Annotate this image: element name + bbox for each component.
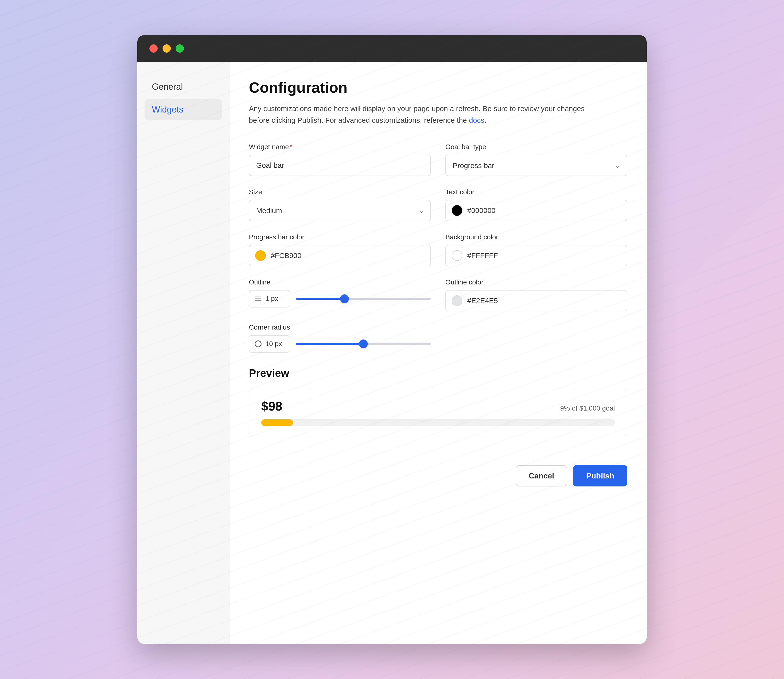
description: Any customizations made here will displa… bbox=[249, 103, 588, 126]
footer-actions: Cancel Publish bbox=[249, 455, 627, 487]
outline-color-label: Outline color bbox=[445, 278, 627, 286]
title-bar bbox=[137, 35, 647, 62]
circle-icon bbox=[255, 341, 261, 347]
widget-name-group: Widget name* bbox=[249, 143, 431, 176]
corner-radius-group: Corner radius 10 px bbox=[249, 324, 431, 353]
widget-name-input[interactable] bbox=[249, 155, 431, 176]
page-title: Configuration bbox=[249, 79, 627, 96]
size-select-wrapper: Small Medium Large ⌄ bbox=[249, 200, 431, 221]
size-select[interactable]: Small Medium Large bbox=[249, 200, 431, 221]
main-content: Configuration Any customizations made he… bbox=[230, 62, 647, 644]
minimize-button[interactable] bbox=[163, 44, 171, 53]
outline-value-box: 1 px bbox=[249, 290, 290, 308]
text-color-input-wrapper[interactable]: #000000 bbox=[445, 200, 627, 221]
corner-radius-value: 10 px bbox=[265, 340, 282, 348]
sidebar: General Widgets bbox=[137, 62, 230, 644]
progress-bar-color-input-wrapper[interactable]: #FCB900 bbox=[249, 245, 431, 266]
app-window: General Widgets Configuration Any custom… bbox=[137, 35, 647, 644]
text-color-swatch bbox=[452, 205, 462, 216]
size-group: Size Small Medium Large ⌄ bbox=[249, 188, 431, 221]
background-color-label: Background color bbox=[445, 233, 627, 241]
progress-bar-color-value: #FCB900 bbox=[271, 252, 302, 260]
progress-bar-fill bbox=[261, 419, 293, 426]
preview-widget: $98 9% of $1,000 goal bbox=[249, 389, 627, 436]
corner-radius-slider[interactable] bbox=[296, 343, 431, 345]
preview-section: Preview $98 9% of $1,000 goal bbox=[249, 367, 627, 436]
text-color-group: Text color #000000 bbox=[445, 188, 627, 221]
form-grid: Widget name* Goal bar type Progress bar … bbox=[249, 143, 627, 353]
progress-bar-track bbox=[261, 419, 615, 426]
sidebar-item-general[interactable]: General bbox=[145, 77, 222, 97]
outline-controls: 1 px bbox=[249, 290, 431, 308]
progress-bar-color-swatch bbox=[255, 250, 266, 261]
preview-goal-text: 9% of $1,000 goal bbox=[560, 405, 615, 412]
goal-bar-type-label: Goal bar type bbox=[445, 143, 627, 151]
publish-button[interactable]: Publish bbox=[573, 465, 627, 487]
widget-name-label: Widget name* bbox=[249, 143, 431, 151]
progress-bar-color-group: Progress bar color #FCB900 bbox=[249, 233, 431, 266]
progress-bar-color-label: Progress bar color bbox=[249, 233, 431, 241]
corner-radius-label: Corner radius bbox=[249, 324, 431, 331]
outline-slider[interactable] bbox=[296, 298, 431, 300]
sidebar-item-widgets[interactable]: Widgets bbox=[145, 99, 222, 120]
outline-value: 1 px bbox=[265, 295, 278, 303]
corner-radius-controls: 10 px bbox=[249, 335, 431, 353]
outline-group: Outline 1 px bbox=[249, 278, 431, 311]
size-label: Size bbox=[249, 188, 431, 196]
docs-link[interactable]: docs bbox=[469, 116, 484, 124]
outline-color-swatch bbox=[452, 296, 462, 306]
preview-amount: $98 bbox=[261, 399, 282, 413]
preview-header: $98 9% of $1,000 goal bbox=[261, 399, 615, 413]
outline-color-value: #E2E4E5 bbox=[467, 297, 498, 305]
maximize-button[interactable] bbox=[175, 44, 184, 53]
goal-bar-type-select[interactable]: Progress bar Thermometer Pie chart bbox=[445, 155, 627, 176]
preview-title: Preview bbox=[249, 367, 627, 379]
background-color-group: Background color #FFFFFF bbox=[445, 233, 627, 266]
window-body: General Widgets Configuration Any custom… bbox=[137, 62, 647, 644]
outline-label: Outline bbox=[249, 278, 431, 286]
cancel-button[interactable]: Cancel bbox=[516, 465, 567, 487]
background-color-input-wrapper[interactable]: #FFFFFF bbox=[445, 245, 627, 266]
outline-color-group: Outline color #E2E4E5 bbox=[445, 278, 627, 311]
outline-color-input-wrapper[interactable]: #E2E4E5 bbox=[445, 290, 627, 311]
text-color-value: #000000 bbox=[467, 207, 496, 214]
background-color-swatch bbox=[452, 250, 462, 261]
goal-bar-type-select-wrapper: Progress bar Thermometer Pie chart ⌄ bbox=[445, 155, 627, 176]
background-color-value: #FFFFFF bbox=[467, 252, 498, 260]
text-color-label: Text color bbox=[445, 188, 627, 196]
goal-bar-type-group: Goal bar type Progress bar Thermometer P… bbox=[445, 143, 627, 176]
lines-icon bbox=[255, 297, 261, 301]
corner-radius-value-box: 10 px bbox=[249, 335, 290, 353]
close-button[interactable] bbox=[149, 44, 158, 53]
